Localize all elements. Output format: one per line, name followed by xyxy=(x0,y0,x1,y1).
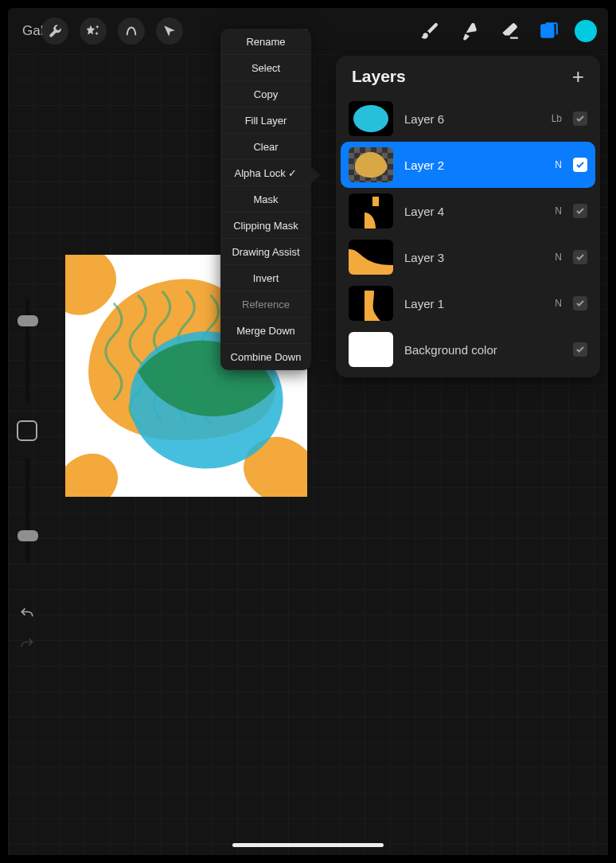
layer-name-label: Layer 2 xyxy=(404,158,536,172)
layers-panel-title: Layers xyxy=(352,67,406,86)
menu-item-reference[interactable]: Reference xyxy=(220,291,311,318)
menu-item-copy[interactable]: Copy xyxy=(220,81,311,107)
layer-name-label: Background color xyxy=(404,343,536,357)
layer-thumbnail[interactable] xyxy=(349,332,393,367)
blend-mode-label[interactable]: Lb xyxy=(548,113,562,124)
visibility-checkbox[interactable] xyxy=(573,111,587,126)
layer-thumbnail[interactable] xyxy=(349,101,393,136)
blend-mode-label[interactable]: N xyxy=(548,205,562,217)
layer-name-label: Layer 3 xyxy=(404,251,536,264)
menu-item-select[interactable]: Select xyxy=(220,55,311,81)
adjust-icon[interactable] xyxy=(80,18,107,45)
menu-item-mask[interactable]: Mask xyxy=(220,186,311,213)
menu-item-clear[interactable]: Clear xyxy=(220,134,311,160)
brush-icon[interactable] xyxy=(415,17,444,45)
move-icon[interactable] xyxy=(156,18,183,45)
visibility-checkbox[interactable] xyxy=(573,158,587,172)
menu-item-drawing-assist[interactable]: Drawing Assist xyxy=(220,239,311,265)
menu-item-clipping-mask[interactable]: Clipping Mask xyxy=(220,213,311,239)
layer-name-label: Layer 4 xyxy=(404,205,536,218)
layer-name-label: Layer 1 xyxy=(404,297,536,310)
layer-name-label: Layer 6 xyxy=(404,112,536,126)
visibility-checkbox[interactable] xyxy=(573,342,587,357)
brush-size-slider[interactable] xyxy=(25,299,29,403)
layer-row-layer-1[interactable]: Layer 1N xyxy=(341,280,595,326)
layer-context-menu: RenameSelectCopyFill LayerClearAlpha Loc… xyxy=(220,29,311,370)
layers-icon[interactable] xyxy=(535,17,563,45)
menu-item-invert[interactable]: Invert xyxy=(220,265,311,291)
side-slider-bar xyxy=(13,287,41,666)
layers-panel: Layers + Layer 6LbLayer 2NLayer 4NLayer … xyxy=(336,56,600,377)
layer-row-background-color[interactable]: Background color xyxy=(341,326,595,373)
blend-mode-label[interactable]: N xyxy=(548,159,562,170)
layer-row-layer-3[interactable]: Layer 3N xyxy=(341,234,595,280)
redo-button[interactable] xyxy=(17,634,37,654)
blend-mode-label[interactable]: N xyxy=(548,298,562,309)
blend-mode-label[interactable]: N xyxy=(548,252,562,263)
visibility-checkbox[interactable] xyxy=(573,296,587,310)
menu-item-combine-down[interactable]: Combine Down xyxy=(220,344,311,370)
add-layer-button[interactable]: + xyxy=(572,68,584,84)
svg-point-2 xyxy=(353,105,388,132)
layer-thumbnail[interactable] xyxy=(349,147,393,182)
layer-row-layer-6[interactable]: Layer 6Lb xyxy=(341,96,595,142)
home-indicator[interactable] xyxy=(232,843,384,847)
modifier-button[interactable] xyxy=(17,420,37,441)
layer-row-layer-4[interactable]: Layer 4N xyxy=(341,188,595,234)
menu-item-alpha-lock-[interactable]: Alpha Lock ✓ xyxy=(220,160,311,186)
selection-icon[interactable] xyxy=(118,18,145,45)
layer-thumbnail[interactable] xyxy=(349,286,393,321)
eraser-icon[interactable] xyxy=(495,17,524,45)
menu-item-rename[interactable]: Rename xyxy=(220,29,311,55)
color-swatch[interactable] xyxy=(575,20,597,42)
menu-pointer xyxy=(311,167,321,183)
opacity-slider[interactable] xyxy=(25,459,29,562)
visibility-checkbox[interactable] xyxy=(573,204,587,218)
layer-row-layer-2[interactable]: Layer 2N xyxy=(341,142,595,188)
wrench-icon[interactable] xyxy=(41,18,68,45)
menu-item-fill-layer[interactable]: Fill Layer xyxy=(220,107,311,134)
visibility-checkbox[interactable] xyxy=(573,250,587,264)
layer-thumbnail[interactable] xyxy=(349,193,393,228)
undo-button[interactable] xyxy=(17,603,37,624)
menu-item-merge-down[interactable]: Merge Down xyxy=(220,318,311,344)
layer-thumbnail[interactable] xyxy=(349,240,393,275)
smudge-icon[interactable] xyxy=(455,17,484,45)
